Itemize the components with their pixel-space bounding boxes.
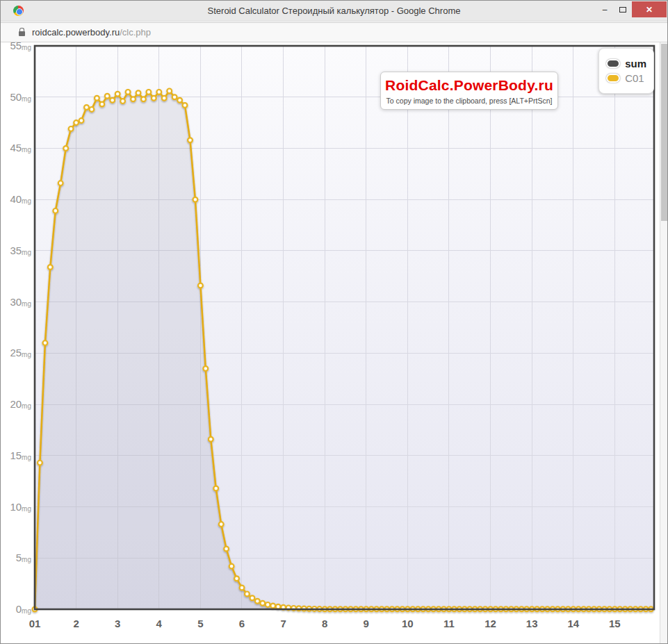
data-point-marker	[38, 461, 42, 465]
y-tick-label: 25mg	[10, 347, 31, 358]
data-point-marker	[141, 97, 146, 101]
x-tick-label: 3	[115, 618, 120, 629]
url-text[interactable]: roidcalc.powerbody.ru/clc.php	[32, 27, 151, 38]
scrollbar-thumb[interactable]	[661, 44, 667, 221]
data-point-marker	[266, 602, 270, 607]
url-path: /clc.php	[120, 27, 151, 38]
x-tick-label: 12	[484, 618, 496, 629]
y-tick-label: 45mg	[10, 142, 31, 154]
x-tick-label: 4	[156, 618, 163, 629]
legend-swatch-c01	[606, 74, 620, 83]
y-tick-label: 15mg	[10, 449, 31, 461]
data-point-marker	[147, 90, 152, 94]
x-tick-label: 6	[239, 618, 245, 629]
data-point-marker	[219, 522, 224, 527]
data-point-marker	[188, 138, 193, 142]
legend-item-c01[interactable]: C01	[606, 72, 646, 84]
data-point-marker	[120, 99, 125, 104]
maximize-icon	[619, 7, 626, 13]
y-tick-label: 40mg	[10, 193, 31, 205]
data-point-marker	[198, 283, 203, 288]
title-bar[interactable]: Steroid Calculator Стероидный калькулято…	[1, 1, 667, 22]
data-point-marker	[234, 576, 239, 581]
chart-legend: sum C01	[598, 48, 654, 94]
data-point-marker	[177, 98, 182, 103]
data-point-marker	[69, 126, 74, 131]
x-tick-label: 5	[197, 618, 203, 629]
data-point-marker	[131, 97, 136, 101]
y-tick-label: 20mg	[10, 398, 31, 410]
x-tick-label: 15	[609, 618, 621, 629]
data-point-marker	[167, 89, 172, 94]
data-point-marker	[229, 564, 234, 569]
watermark-title: RoidCalc.PowerBody.ru	[385, 77, 553, 94]
y-tick-label: 35mg	[10, 245, 31, 256]
data-point-marker	[193, 197, 198, 202]
data-point-marker	[110, 98, 115, 103]
data-point-marker	[209, 437, 213, 442]
vertical-scrollbar[interactable]	[660, 42, 667, 643]
data-point-marker	[79, 118, 84, 123]
x-tick-label: 9	[364, 618, 369, 629]
data-point-marker	[224, 547, 229, 552]
lock-icon	[19, 31, 25, 36]
data-point-marker	[255, 599, 260, 604]
data-point-marker	[270, 604, 275, 609]
x-tick-label: 13	[526, 618, 538, 629]
data-point-marker	[63, 146, 68, 151]
legend-item-sum[interactable]: sum	[606, 58, 646, 69]
browser-window: Steroid Calculator Стероидный калькулято…	[0, 0, 668, 644]
watermark-box: RoidCalc.PowerBody.ru To copy image to t…	[380, 72, 558, 110]
y-tick-label: 5mg	[16, 552, 31, 563]
maximize-button[interactable]	[614, 1, 632, 17]
data-point-marker	[136, 90, 141, 95]
x-tick-label: 7	[280, 618, 286, 629]
window-title: Steroid Calculator Стероидный калькулято…	[1, 1, 667, 22]
data-point-marker	[162, 96, 167, 101]
data-point-marker	[260, 601, 265, 606]
data-point-marker	[58, 181, 63, 185]
chart-svg: 01234567891011121314150mg5mg10mg15mg20mg…	[1, 42, 660, 643]
data-point-marker	[99, 102, 104, 107]
data-point-marker	[203, 366, 208, 371]
y-tick-label: 30mg	[10, 296, 31, 308]
legend-label-sum: sum	[625, 58, 646, 69]
y-tick-label: 50mg	[10, 91, 31, 103]
data-point-marker	[74, 120, 79, 125]
data-point-marker	[156, 90, 161, 94]
y-tick-label: 0mg	[16, 603, 31, 615]
data-point-marker	[245, 592, 250, 597]
x-tick-label: 01	[29, 618, 41, 629]
data-point-marker	[105, 94, 110, 99]
data-point-marker	[48, 265, 53, 270]
x-tick-label: 10	[402, 618, 414, 629]
minimize-button[interactable]: –	[596, 1, 614, 17]
y-tick-label: 10mg	[10, 501, 31, 513]
x-tick-label: 14	[567, 618, 579, 629]
data-point-marker	[53, 208, 58, 213]
data-point-marker	[90, 107, 95, 112]
data-point-marker	[126, 90, 131, 94]
data-point-marker	[152, 96, 156, 101]
data-point-marker	[276, 604, 281, 609]
x-tick-label: 8	[322, 618, 327, 629]
data-point-marker	[43, 340, 48, 345]
data-point-marker	[84, 105, 89, 110]
page-content: 01234567891011121314150mg5mg10mg15mg20mg…	[1, 42, 667, 643]
x-tick-label: 11	[443, 618, 455, 629]
window-controls: – ✕	[596, 1, 667, 17]
data-point-marker	[95, 96, 99, 101]
legend-swatch-sum	[606, 59, 620, 68]
data-point-marker	[183, 103, 188, 108]
legend-label-c01: C01	[625, 72, 644, 84]
url-host: roidcalc.powerbody.ru	[32, 27, 120, 38]
data-point-marker	[213, 486, 218, 491]
data-point-marker	[172, 94, 177, 99]
close-button[interactable]: ✕	[632, 1, 667, 17]
y-tick-label: 55mg	[10, 42, 31, 51]
data-point-marker	[115, 92, 120, 97]
data-point-marker	[250, 595, 255, 600]
watermark-subtitle: To copy image to the clipboard, press [A…	[385, 97, 553, 105]
url-bar[interactable]: roidcalc.powerbody.ru/clc.php	[1, 22, 667, 42]
x-tick-label: 2	[73, 618, 79, 629]
